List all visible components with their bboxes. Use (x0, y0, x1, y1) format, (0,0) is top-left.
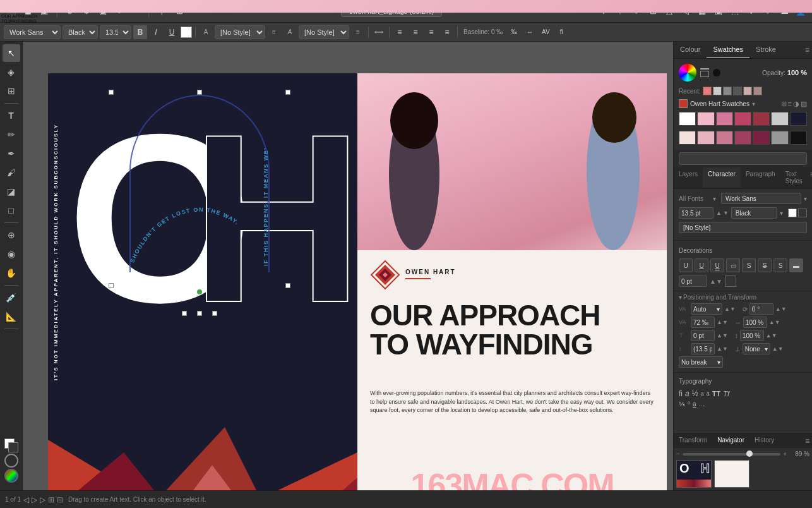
recent-swatch-3[interactable] (723, 87, 732, 95)
size-up[interactable]: ▲ (716, 210, 722, 216)
typo-half[interactable]: ½ (692, 389, 698, 398)
font-family-arrow[interactable]: ▾ (804, 195, 807, 202)
panel-menu-icon[interactable]: ≡ (803, 43, 812, 57)
font-weight-select[interactable]: Black (63, 25, 98, 39)
deco-u2[interactable]: U (695, 258, 708, 272)
text-styles-tab[interactable]: Text Styles (780, 167, 808, 188)
handle-br[interactable] (212, 311, 217, 316)
swatch-blush[interactable] (697, 131, 714, 145)
angle-input[interactable] (749, 303, 773, 315)
select-tool[interactable]: ↖ (3, 44, 20, 62)
pen-tool[interactable]: ✏ (3, 126, 20, 143)
pages-icon[interactable]: ⊞ (48, 495, 54, 504)
pencil-tool[interactable]: ✒ (3, 145, 20, 162)
typo-ordn[interactable]: ⁰ (688, 401, 690, 408)
eyedropper-tool[interactable]: 💉 (3, 289, 20, 306)
bold-button[interactable]: B (133, 25, 147, 39)
center-handle[interactable] (197, 289, 202, 294)
swatch-pink-light[interactable] (697, 112, 714, 126)
va2-input[interactable] (691, 317, 715, 328)
text-tool[interactable]: T (3, 107, 20, 124)
handle-bl[interactable] (182, 311, 187, 316)
typo-fi[interactable]: fi (679, 389, 683, 398)
deco-box[interactable]: ▭ (726, 258, 740, 272)
scale-y-input[interactable] (740, 330, 764, 341)
deco-pt-input[interactable] (679, 275, 707, 287)
typo-TT[interactable]: TT (712, 390, 720, 397)
brush-tool[interactable]: 🖌 (3, 164, 20, 181)
fill-tool[interactable]: ◪ (3, 183, 20, 200)
hand-tool[interactable]: ✋ (3, 264, 20, 282)
deco-s3[interactable]: S (773, 258, 787, 272)
zoom-minus[interactable]: − (676, 451, 680, 457)
swatch-dark-red[interactable] (753, 112, 770, 126)
navigator-tab[interactable]: Navigator (712, 434, 749, 448)
view-tool[interactable]: ◉ (3, 245, 20, 263)
align-left-btn[interactable]: ≡ (393, 25, 407, 39)
color-wheel-tool[interactable] (4, 469, 18, 483)
char-fill-color[interactable] (788, 209, 797, 217)
typo-Tf[interactable]: Tf (723, 390, 729, 397)
colour-tab[interactable]: Colour (674, 42, 707, 58)
baseline-input-icon[interactable]: ‰ (507, 25, 521, 39)
grid-view-icon[interactable]: ⊞ (781, 100, 787, 108)
nav-zoom-slider[interactable] (683, 453, 780, 456)
swatch-mid-gray[interactable] (771, 131, 788, 145)
baseline-select[interactable]: None▾ (743, 343, 770, 354)
swatch-rose[interactable] (734, 112, 751, 126)
handle-ml[interactable] (109, 283, 114, 288)
fill-color-indicator[interactable] (4, 438, 18, 452)
handle-tr[interactable] (285, 90, 290, 95)
deco-s1[interactable]: S (742, 258, 756, 272)
scale-x-input[interactable] (743, 317, 767, 328)
swatch-navy[interactable] (790, 112, 807, 126)
weight-arrow[interactable]: ▾ (780, 210, 783, 217)
typo-italic[interactable]: a (685, 389, 690, 398)
nav-slider-thumb[interactable] (746, 451, 753, 457)
typo-ellipsis[interactable]: … (699, 401, 705, 408)
no-break-select[interactable]: No break▾ (679, 356, 723, 368)
font-size-input[interactable] (679, 207, 713, 219)
typo-super[interactable]: a (701, 390, 704, 397)
swatch-mauve[interactable] (716, 131, 733, 145)
canvas-area[interactable]: IT'S NOT IMMEDIATELY APPARENT, IT SHOULD… (23, 42, 673, 490)
deco-u3[interactable]: U (710, 258, 724, 272)
color-from-icon[interactable] (700, 68, 709, 70)
font-family-select[interactable]: Work Sans (4, 25, 61, 39)
handle-mr[interactable] (285, 283, 290, 288)
align-center-btn[interactable]: ≡ (409, 25, 422, 39)
leading-input[interactable] (691, 343, 715, 354)
shape-tool[interactable]: □ (3, 202, 20, 219)
swatch-burgundy[interactable] (734, 131, 751, 145)
node-tool[interactable]: ◈ (3, 63, 20, 81)
align-right-btn[interactable]: ≡ (424, 25, 438, 39)
deco-s2[interactable]: S (758, 258, 772, 272)
recent-swatch-4[interactable] (733, 87, 742, 95)
transform-tab[interactable]: Transform (674, 434, 712, 448)
align-justify-btn[interactable]: ≡ (440, 25, 454, 39)
spread-icon[interactable]: ⊟ (57, 495, 63, 504)
swatch-black[interactable] (790, 131, 807, 145)
underline-button[interactable]: U (165, 25, 179, 39)
nav-thumb-right[interactable]: OUR APPROACHTO WAYFINDING (714, 460, 749, 488)
font-family-value[interactable]: Work Sans (721, 193, 801, 204)
para-style-select[interactable]: [No Style] (215, 25, 265, 39)
play-btn[interactable]: ▷ (32, 495, 37, 504)
handle-tl[interactable] (109, 90, 114, 95)
search-input[interactable] (679, 152, 807, 165)
black-dot[interactable] (713, 69, 720, 76)
zoom-tool[interactable]: ⊕ (3, 226, 20, 244)
recent-swatch-1[interactable] (703, 87, 712, 95)
recent-swatch-6[interactable] (753, 87, 762, 95)
next-page-btn[interactable]: ▷ (40, 495, 45, 504)
nav-thumb-left[interactable]: O H (676, 460, 712, 488)
swatch-rose-light[interactable] (679, 131, 696, 145)
history-tab[interactable]: History (749, 434, 779, 448)
opentype-icon[interactable]: fi (554, 25, 568, 39)
handle-bm[interactable] (197, 311, 202, 316)
layers-tab[interactable]: Layers (674, 167, 703, 188)
deco-fill[interactable]: ▬ (789, 258, 803, 272)
char-stroke-color[interactable] (798, 209, 807, 217)
font-weight-value[interactable]: Black (731, 207, 777, 219)
italic-button[interactable]: I (149, 25, 163, 39)
